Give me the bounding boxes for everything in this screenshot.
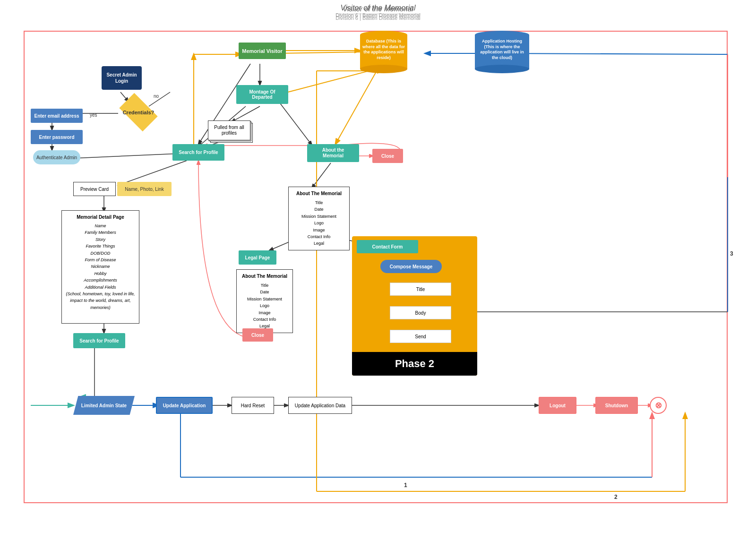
search-profile-top-node: Search for Profile	[172, 144, 224, 161]
authenticate-admin-node: Authenticate Admin	[33, 150, 80, 164]
no-label: no	[154, 94, 159, 99]
yes-label: yes	[90, 112, 97, 118]
diagram-container: Visitor of the Memorial Division 6 | Bat…	[0, 0, 756, 549]
page-title: Visitor of the Memorial Division 6 | Bat…	[335, 5, 421, 21]
limited-admin-node: Limited Admin State	[73, 396, 135, 415]
svg-line-3	[279, 102, 312, 145]
montage-node: Montage Of Departed	[236, 85, 288, 104]
close-top-node: Close	[372, 149, 403, 163]
shutdown-node: Shutdown	[595, 397, 638, 414]
memorial-detail-node: Memorial Detail Page NameFamily MembersS…	[61, 210, 139, 324]
secret-admin-node: Secret Admin Login	[102, 66, 142, 90]
title-field-node: Title	[390, 283, 451, 296]
num2-label: 2	[614, 494, 618, 500]
phase2-box: Contact Form Compose Message Title Body …	[352, 236, 477, 376]
send-field-node: Send	[390, 330, 451, 343]
hard-reset-node: Hard Reset	[232, 397, 274, 414]
num1-label: 1	[404, 482, 407, 489]
phase2-label: Phase 2	[352, 352, 477, 376]
logout-node: Logout	[539, 397, 576, 414]
about-memorial-node: About the Memorial	[307, 144, 359, 162]
svg-line-14	[276, 52, 360, 53]
svg-line-4	[232, 106, 260, 122]
enter-password-node: Enter password	[31, 130, 83, 144]
contact-form-node: Contact Form	[357, 240, 418, 253]
legal-page-node: Legal Page	[239, 250, 276, 265]
pulled-profiles-node: Pulled from all profiles	[208, 120, 255, 144]
update-app-node: Update Application	[156, 397, 213, 414]
name-photo-link-node: Name, Photo, Link	[117, 182, 172, 196]
database-cylinder: Database (This is where all the data for…	[360, 31, 407, 73]
preview-card-node: Preview Card	[73, 182, 116, 196]
num3-label: 3	[730, 250, 733, 257]
credentials-diamond: Credentials?	[117, 99, 160, 125]
svg-line-25	[73, 154, 180, 158]
svg-line-16	[335, 69, 378, 144]
close-bottom-node: Close	[242, 328, 273, 342]
memorial-visitor-node: Memorial Visitor	[239, 43, 286, 59]
svg-line-30	[501, 53, 728, 54]
legal-about-node: About The Memorial TitleDateMission Stat…	[236, 269, 293, 333]
compose-message-node: Compose Message	[380, 260, 442, 273]
body-field-node: Body	[390, 306, 451, 319]
svg-line-10	[312, 163, 331, 188]
app-hosting-cylinder: Application Hosting (This is where the a…	[475, 31, 529, 73]
search-profile-bottom-node: Search for Profile	[73, 333, 125, 348]
update-app-data-node: Update Application Data	[288, 397, 352, 414]
circle-x-node: ⊗	[650, 397, 667, 414]
about-memorial-detail-node: About The Memorial TitleDateMission Stat…	[288, 187, 350, 250]
enter-email-node: Enter email address	[31, 109, 83, 123]
